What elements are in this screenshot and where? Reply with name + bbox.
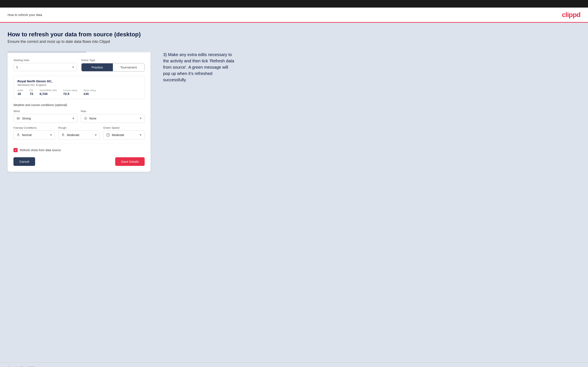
starting-hole-game-type-row: Starting Hole 1 ▼ Game Type Practice Tou… — [13, 58, 145, 72]
header: How to refresh your data clippd — [0, 8, 588, 23]
green-speed-group: Green Speed Moderate ▼ — [103, 126, 145, 139]
checkmark-icon: ✓ — [15, 149, 17, 152]
top-bar — [0, 0, 588, 8]
course-card: Royal North Devon GC, Westward Ho!, Engl… — [13, 76, 145, 99]
rain-group: Rain None ▼ — [81, 110, 145, 123]
practice-button[interactable]: Practice — [82, 63, 113, 71]
form-card: Starting Hole 1 ▼ Game Type Practice Tou… — [8, 51, 150, 172]
conditions-grid-top: Wind Strong ▼ Rain No — [13, 110, 145, 123]
rain-select[interactable]: None ▼ — [81, 114, 145, 123]
green-speed-icon — [106, 133, 110, 137]
refresh-checkbox[interactable]: ✓ — [13, 148, 18, 152]
card-top-strip — [8, 51, 150, 53]
wind-label: Wind — [13, 110, 77, 113]
stat-slope-rating: Slope rating 134 — [83, 89, 96, 96]
yards-label: Yards/White (M)) — [40, 89, 57, 92]
svg-point-0 — [85, 117, 86, 119]
wind-icon — [16, 116, 20, 121]
starting-hole-group: Starting Hole 1 ▼ — [13, 58, 77, 72]
rain-chevron-icon: ▼ — [139, 117, 142, 120]
course-location: Westward Ho!, England — [17, 83, 141, 86]
stat-holes: Holes 18 — [17, 89, 23, 96]
holes-label: Holes — [17, 89, 23, 92]
info-text: 3) Make any extra edits necessary to the… — [163, 51, 235, 83]
form-actions: Cancel Save Details — [13, 157, 145, 166]
fairway-label: Fairway Conditions — [13, 126, 55, 129]
fairway-group: Fairway Conditions Normal ▼ — [13, 126, 55, 139]
game-type-toggle: Practice Tournament — [81, 63, 145, 72]
divider — [13, 144, 145, 144]
cancel-button[interactable]: Cancel — [13, 157, 35, 166]
stat-yards: Yards/White (M)) 6,744 — [40, 89, 57, 96]
svg-line-3 — [84, 117, 85, 117]
holes-value: 18 — [17, 92, 23, 96]
save-button[interactable]: Save Details — [115, 157, 145, 166]
fairway-select[interactable]: Normal ▼ — [13, 131, 55, 139]
green-speed-value: Moderate — [112, 133, 139, 137]
wind-chevron-icon: ▼ — [72, 117, 75, 120]
wind-select[interactable]: Strong ▼ — [13, 114, 77, 123]
svg-line-8 — [86, 117, 87, 117]
svg-line-4 — [86, 119, 87, 120]
svg-point-9 — [18, 134, 19, 135]
copyright-text: Copyright Clippd 2022 — [8, 366, 35, 367]
course-rating-label: Course rating — [63, 89, 77, 92]
rough-select[interactable]: Moderate ▼ — [58, 131, 100, 139]
course-rating-value: 72.5 — [63, 92, 77, 96]
tournament-button[interactable]: Tournament — [113, 63, 144, 71]
slope-rating-label: Slope rating — [83, 89, 96, 92]
rough-value: Moderate — [67, 133, 94, 137]
main-content: How to refresh your data from source (de… — [0, 23, 588, 362]
starting-hole-label: Starting Hole — [13, 58, 77, 62]
page-subheading: Ensure the correct and most up to date d… — [8, 40, 580, 44]
green-speed-chevron-icon: ▼ — [139, 133, 142, 136]
rain-label: Rain — [81, 110, 145, 113]
stat-par: Par 72 — [30, 89, 33, 96]
slope-rating-value: 134 — [83, 92, 96, 96]
content-area: Starting Hole 1 ▼ Game Type Practice Tou… — [8, 51, 580, 172]
refresh-label: Refresh shots from data source — [20, 149, 61, 152]
green-speed-select[interactable]: Moderate ▼ — [103, 131, 145, 139]
starting-hole-select[interactable]: 1 — [13, 63, 77, 71]
green-speed-label: Green Speed — [103, 126, 145, 129]
rain-icon — [83, 116, 88, 121]
fairway-value: Normal — [22, 133, 50, 137]
par-value: 72 — [30, 92, 33, 96]
course-name: Royal North Devon GC, — [17, 79, 141, 83]
svg-line-7 — [84, 119, 85, 120]
footer: Copyright Clippd 2022 — [0, 362, 588, 367]
course-stats: Holes 18 Par 72 Yards/White (M)) 6,744 C… — [17, 89, 141, 96]
rough-label: Rough — [58, 126, 100, 129]
wind-group: Wind Strong ▼ — [13, 110, 77, 123]
logo: clippd — [562, 11, 580, 19]
conditions-grid-bottom: Fairway Conditions Normal ▼ Rough — [13, 126, 145, 139]
page-heading: How to refresh your data from source (de… — [8, 31, 580, 38]
rain-value: None — [89, 117, 139, 120]
conditions-section-label: Weather and course conditions (optional) — [13, 103, 145, 107]
game-type-group: Game Type Practice Tournament — [81, 58, 145, 72]
rough-icon — [61, 133, 65, 137]
page-title: How to refresh your data — [8, 13, 42, 17]
rough-group: Rough Moderate ▼ — [58, 126, 100, 139]
starting-hole-select-wrapper: 1 ▼ — [13, 63, 77, 71]
fairway-chevron-icon: ▼ — [50, 133, 52, 136]
rough-chevron-icon: ▼ — [95, 133, 97, 136]
refresh-checkbox-row: ✓ Refresh shots from data source — [13, 148, 145, 152]
yards-value: 6,744 — [40, 92, 57, 96]
svg-point-10 — [62, 134, 64, 135]
par-label: Par — [30, 89, 33, 92]
stat-course-rating: Course rating 72.5 — [63, 89, 77, 96]
fairway-icon — [16, 133, 20, 137]
game-type-label: Game Type — [81, 58, 145, 62]
info-panel: 3) Make any extra edits necessary to the… — [163, 51, 235, 83]
wind-value: Strong — [22, 117, 72, 120]
